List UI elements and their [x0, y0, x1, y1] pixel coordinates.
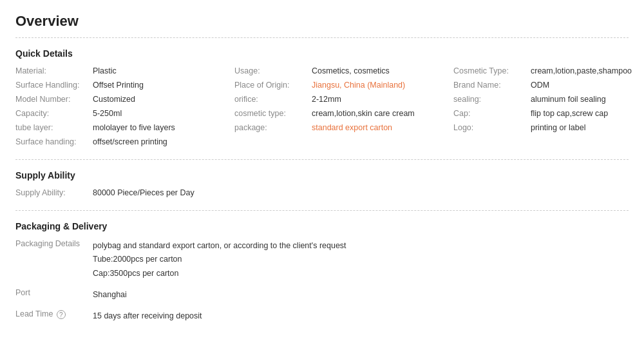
qd-label-col2-row0: Usage:	[234, 66, 312, 75]
qd-value-col3-row4: printing or label	[531, 123, 638, 132]
qd-label-col1-row3: Capacity:	[15, 109, 93, 118]
qd-label-col3-row5	[453, 137, 531, 146]
supply-ability-title: Supply Ability	[15, 170, 629, 180]
section-divider-1	[15, 159, 629, 160]
qd-value-col2-row5	[312, 137, 453, 146]
supply-ability-label: Supply Ability:	[15, 188, 93, 197]
qd-value-col3-row0: cream,lotion,paste,shampoo	[531, 66, 638, 75]
qd-value-col1-row4: mololayer to five layers	[93, 123, 234, 132]
qd-label-col3-row3: Cap:	[453, 109, 531, 118]
title-divider	[15, 37, 629, 38]
section-divider-2	[15, 210, 629, 211]
help-icon[interactable]: ?	[57, 310, 66, 319]
qd-label-col2-row2: orifice:	[234, 95, 312, 104]
qd-value-col2-row3: cream,lotion,skin care cream	[312, 109, 453, 118]
qd-label-col3-row0: Cosmetic Type:	[453, 66, 531, 75]
qd-label-col3-row4: Logo:	[453, 123, 531, 132]
qd-value-col2-row2: 2-12mm	[312, 95, 453, 104]
qd-label-col2-row5	[234, 137, 312, 146]
quick-details-grid: Material:PlasticUsage:Cosmetics, cosmeti…	[15, 66, 629, 146]
page-title: Overview	[15, 13, 629, 30]
qd-label-col2-row3: cosmetic type:	[234, 109, 312, 118]
quick-details-title: Quick Details	[15, 48, 629, 59]
qd-value-col3-row1: ODM	[531, 81, 638, 90]
packaging-delivery-section: Packaging & Delivery Packaging Detailspo…	[15, 221, 629, 323]
qd-label-col3-row1: Brand Name:	[453, 81, 531, 90]
qd-label-col1-row1: Surface Handling:	[15, 81, 93, 90]
qd-label-col1-row4: tube layer:	[15, 123, 93, 132]
pk-value-2: 15 days after receiving deposit	[93, 309, 629, 323]
qd-value-col1-row3: 5-250ml	[93, 109, 234, 118]
qd-label-col2-row1: Place of Origin:	[234, 81, 312, 90]
qd-value-col3-row2: aluminum foil sealing	[531, 95, 638, 104]
qd-label-col2-row4: package:	[234, 123, 312, 132]
qd-value-col1-row1: Offset Printing	[93, 81, 234, 90]
qd-label-col3-row2: sealing:	[453, 95, 531, 104]
qd-value-col2-row0: Cosmetics, cosmetics	[312, 66, 453, 75]
packaging-grid: Packaging Detailspolybag and standard ex…	[15, 239, 629, 323]
pk-value-1: Shanghai	[93, 288, 629, 302]
qd-label-col1-row2: Model Number:	[15, 95, 93, 104]
supply-ability-value: 80000 Piece/Pieces per Day	[93, 188, 629, 197]
qd-value-col1-row5: offset/screen printing	[93, 137, 234, 146]
pk-value-0: polybag and standard export carton, or a…	[93, 239, 629, 280]
qd-value-col3-row3: flip top cap,screw cap	[531, 109, 638, 118]
qd-value-col3-row5	[531, 137, 638, 146]
qd-value-col1-row0: Plastic	[93, 66, 234, 75]
pk-label-2: Lead Time ?	[15, 309, 93, 323]
qd-value-col2-row1: Jiangsu, China (Mainland)	[312, 81, 453, 90]
packaging-delivery-title: Packaging & Delivery	[15, 221, 629, 231]
pk-label-0: Packaging Details	[15, 239, 93, 280]
quick-details-section: Quick Details Material:PlasticUsage:Cosm…	[15, 48, 629, 146]
qd-label-col1-row0: Material:	[15, 66, 93, 75]
qd-value-col1-row2: Customized	[93, 95, 234, 104]
pk-label-1: Port	[15, 288, 93, 302]
supply-grid: Supply Ability: 80000 Piece/Pieces per D…	[15, 188, 629, 197]
qd-value-col2-row4: standard export carton	[312, 123, 453, 132]
supply-ability-section: Supply Ability Supply Ability: 80000 Pie…	[15, 170, 629, 197]
qd-label-col1-row5: Surface handing:	[15, 137, 93, 146]
